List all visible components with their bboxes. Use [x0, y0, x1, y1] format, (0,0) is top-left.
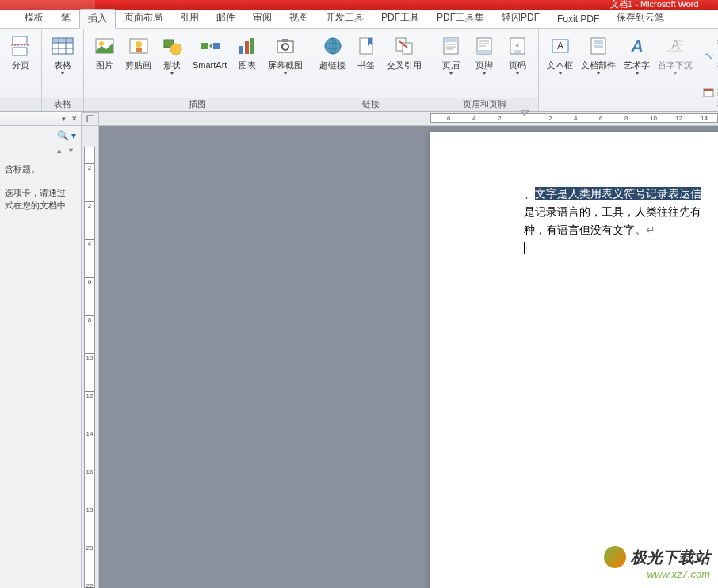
svg-rect-19	[239, 46, 243, 54]
horizontal-ruler[interactable]: 6 4 2 2 4 6 8 10 12 14	[99, 112, 718, 126]
tab-save-cloud[interactable]: 保存到云笔	[608, 8, 673, 28]
table-button[interactable]: 表格 ▾	[47, 32, 78, 78]
textbox-button[interactable]: A 文本框 ▾	[544, 32, 576, 78]
shapes-icon	[159, 33, 185, 59]
tab-references[interactable]: 引用	[171, 8, 208, 28]
wordart-icon: A	[624, 33, 650, 59]
tab-pen[interactable]: 笔	[52, 8, 79, 28]
page-content[interactable]: 、文字是人类用表义符号记录表达信 是记录语言的，工具，人类往往先有 种，有语言但…	[524, 185, 718, 258]
tab-mailings[interactable]: 邮件	[208, 8, 244, 28]
tab-developer[interactable]: 开发工具	[317, 8, 372, 28]
search-icon[interactable]: 🔍 ▾	[57, 130, 76, 141]
text-line-3: 种，有语言但没有文字。	[524, 223, 646, 236]
svg-rect-8	[52, 38, 73, 43]
nav-up-icon[interactable]: ▲	[55, 147, 63, 155]
pagenum-button[interactable]: # 页码 ▾	[502, 32, 533, 78]
tab-view[interactable]: 视图	[281, 8, 317, 28]
chart-button[interactable]: 图表	[231, 32, 263, 71]
signature-button[interactable]: 签名行	[701, 35, 718, 72]
svg-rect-18	[213, 43, 220, 49]
window-title: 文档1 - Microsoft Word	[610, 0, 699, 10]
ribbon-group-text: A 文本框 ▾ 文档部件 ▾ A 艺术字 ▾ A 首字下沉 ▾	[539, 29, 718, 111]
ribbon-group-illustrations: 图片 剪贴画 形状 ▾ SmartArt 图表 屏幕截图	[84, 29, 311, 111]
dropdown-arrow-icon: ▾	[483, 70, 486, 77]
quick-access-toolbar[interactable]	[0, 0, 95, 10]
crossref-button[interactable]: 交叉引用	[384, 32, 425, 71]
ribbon-group-tables: 表格 ▾ 表格	[42, 29, 84, 111]
dropdown-arrow-icon: ▾	[284, 70, 287, 77]
table-icon	[50, 33, 75, 59]
close-icon[interactable]: ✕	[70, 114, 79, 124]
document-canvas[interactable]: 、文字是人类用表义符号记录表达信 是记录语言的，工具，人类往往先有 种，有语言但…	[99, 126, 718, 588]
svg-rect-39	[477, 50, 491, 54]
nav-body: 含标题。 选项卡，请通过 式在您的文档中	[0, 156, 81, 229]
watermark-title: 极光下载站	[631, 547, 710, 568]
chart-icon	[235, 33, 260, 59]
dropdown-arrow-icon: ▾	[449, 70, 453, 77]
bookmark-button[interactable]: 书签	[350, 32, 382, 71]
quickparts-button[interactable]: 文档部件 ▾	[578, 32, 619, 78]
tab-pdf-toolset[interactable]: PDF工具集	[428, 8, 493, 28]
screenshot-button[interactable]: 屏幕截图 ▾	[265, 32, 306, 78]
picture-icon	[92, 33, 117, 59]
smartart-button[interactable]: SmartArt	[189, 32, 230, 71]
ruler-corner[interactable]	[82, 112, 99, 126]
hyperlink-button[interactable]: 超链接	[316, 32, 349, 71]
tab-insert[interactable]: 插入	[79, 9, 116, 29]
svg-rect-21	[250, 38, 254, 54]
datetime-icon	[703, 86, 714, 99]
header-icon	[438, 33, 464, 59]
tab-page-layout[interactable]: 页面布局	[116, 8, 171, 28]
dropdown-arrow-icon: ▾	[170, 70, 174, 77]
svg-rect-0	[13, 36, 27, 44]
clipart-button[interactable]: 剪贴画	[122, 32, 155, 71]
smartart-icon	[197, 33, 223, 59]
datetime-button[interactable]: 日期和	[701, 74, 718, 111]
ribbon-group-headerfooter: 页眉 ▾ 页脚 ▾ # 页码 ▾ 页眉和页脚	[430, 29, 539, 111]
tab-foxit-pdf[interactable]: Foxit PDF	[548, 10, 608, 28]
dropdown-arrow-icon: ▾	[61, 70, 64, 77]
dropcap-icon: A	[663, 33, 688, 59]
svg-point-12	[136, 41, 142, 48]
tab-light-pdf[interactable]: 轻闪PDF	[493, 8, 548, 28]
pagenum-icon: #	[505, 33, 530, 59]
nav-hint-text: 选项卡，请通过 式在您的文档中	[5, 186, 76, 212]
header-button[interactable]: 页眉 ▾	[435, 32, 467, 78]
quickparts-icon	[586, 33, 611, 59]
hyperlink-icon	[320, 33, 346, 59]
tab-template[interactable]: 模板	[16, 8, 52, 28]
tab-review[interactable]: 审阅	[244, 8, 281, 28]
selected-text[interactable]: 文字是人类用表义符号记录表达信	[535, 187, 701, 200]
svg-marker-60	[521, 110, 529, 116]
picture-button[interactable]: 图片	[89, 32, 120, 71]
ribbon-tabs: 模板 笔 插入 页面布局 引用 邮件 审阅 视图 开发工具 PDF工具 PDF工…	[0, 10, 718, 29]
shapes-button[interactable]: 形状 ▾	[156, 32, 188, 78]
svg-rect-49	[594, 40, 603, 44]
footer-button[interactable]: 页脚 ▾	[468, 32, 500, 78]
watermark: 极光下载站 www.xz7.com	[604, 546, 710, 580]
svg-text:A: A	[630, 36, 644, 56]
ribbon: 分页 表格 ▾ 表格 图片 剪贴画	[0, 29, 718, 112]
nav-pane-header: ▾ ✕	[0, 112, 81, 126]
dropdown-arrow-icon: ▾	[597, 70, 600, 77]
tab-pdf-tools[interactable]: PDF工具	[372, 8, 428, 28]
dropdown-arrow-icon: ▾	[559, 70, 562, 77]
nav-dropdown-icon[interactable]: ▾	[59, 114, 68, 124]
indent-marker-icon[interactable]	[521, 110, 529, 116]
signature-icon	[703, 48, 714, 60]
svg-rect-34	[444, 38, 458, 42]
svg-rect-24	[282, 39, 288, 42]
page-break-button[interactable]: 分页	[5, 32, 36, 71]
wordart-button[interactable]: A 艺术字 ▾	[621, 32, 653, 78]
vertical-ruler[interactable]: 2 2 4 6 8 10 12 14 16 18 20 22	[82, 126, 99, 588]
ribbon-group-pages: 分页	[0, 29, 42, 111]
footer-icon	[472, 33, 497, 59]
dropcap-button[interactable]: A 首字下沉 ▾	[655, 32, 696, 78]
navigation-pane: ▾ ✕ 🔍 ▾ ▲ ▼ 含标题。 选项卡，请通过 式在您的文档中	[0, 112, 82, 588]
nav-down-icon[interactable]: ▼	[67, 147, 74, 155]
watermark-url: www.xz7.com	[604, 568, 710, 580]
svg-point-10	[99, 41, 104, 46]
return-char: ↵	[646, 223, 655, 236]
nav-heading-text: 含标题。	[5, 162, 76, 175]
watermark-logo-icon	[604, 546, 626, 568]
